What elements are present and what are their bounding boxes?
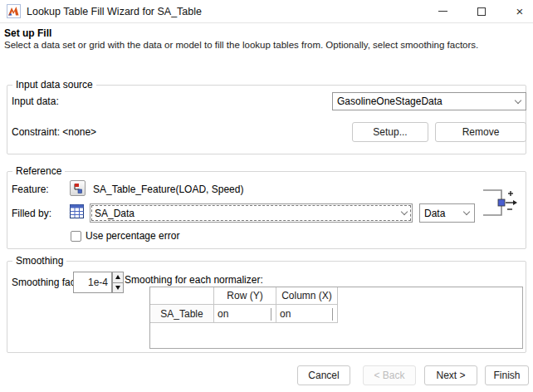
use-percentage-error-checkbox[interactable] xyxy=(71,231,81,242)
setup-button[interactable]: Setup... xyxy=(352,122,428,142)
page-description: Select a data set or grid with the data … xyxy=(4,40,478,50)
chevron-down-icon xyxy=(271,308,271,320)
close-button[interactable]: × xyxy=(506,0,533,22)
input-data-label: Input data: xyxy=(12,96,59,107)
row-y-smoothing-value: on xyxy=(218,308,228,320)
filled-by-value: SA_Data xyxy=(95,208,134,219)
next-button-label: Next > xyxy=(436,370,465,381)
filled-by-combo[interactable]: SA_Data xyxy=(90,203,413,223)
chevron-down-icon xyxy=(332,308,333,320)
spin-up-icon xyxy=(115,275,120,279)
feature-model-icon[interactable] xyxy=(70,180,86,196)
remove-button[interactable]: Remove xyxy=(435,122,526,142)
constraint-label: Constraint: <none> xyxy=(12,126,96,138)
maximize-button[interactable] xyxy=(468,0,495,22)
chevron-down-icon xyxy=(396,204,412,222)
row-y-smoothing-combo[interactable]: on xyxy=(214,305,276,323)
spin-down-button[interactable] xyxy=(113,282,123,293)
input-data-source-group-label: Input data source xyxy=(12,79,96,91)
back-button[interactable]: < Back xyxy=(363,365,416,385)
finish-button-label: Finish xyxy=(493,370,520,381)
matlab-logo-icon xyxy=(7,4,21,18)
fill-type-value: Data xyxy=(424,208,445,219)
spin-up-button[interactable] xyxy=(113,272,123,282)
window-title: Lookup Table Fill Wizard for SA_Table xyxy=(27,0,202,23)
feature-value: SA_Table_Feature(LOAD, Speed) xyxy=(93,184,243,195)
table-row: SA_Table on on xyxy=(150,305,522,323)
remove-button-label: Remove xyxy=(462,126,500,138)
input-data-value: GasolineOneStageData xyxy=(337,96,443,107)
column-x-smoothing-combo[interactable]: on xyxy=(276,305,338,323)
smoothing-group-label: Smoothing xyxy=(12,255,66,267)
page-title: Set up Fill xyxy=(4,27,51,39)
lookup-table-fill-wizard-dialog: Lookup Table Fill Wizard for SA_Table × … xyxy=(0,0,533,392)
cancel-button-label: Cancel xyxy=(308,370,339,381)
minimize-button[interactable] xyxy=(429,0,456,22)
spin-down-icon xyxy=(115,286,120,290)
smoothing-factor-spinner xyxy=(112,272,124,293)
minimize-icon xyxy=(438,11,447,12)
maximize-icon xyxy=(477,7,486,16)
column-header-row-y: Row (Y) xyxy=(214,287,276,305)
junction-port-icon xyxy=(478,182,521,223)
use-percentage-error-label: Use percentage error xyxy=(86,230,179,242)
back-button-label: < Back xyxy=(374,370,404,381)
reference-group-label: Reference xyxy=(12,165,65,177)
normalizer-smoothing-table: Row (Y) Column (X) SA_Table on on xyxy=(149,287,523,349)
feature-label: Feature: xyxy=(12,184,49,195)
cancel-button[interactable]: Cancel xyxy=(297,365,350,385)
fill-type-combo[interactable]: Data xyxy=(419,203,475,223)
table-header-row: Row (Y) Column (X) xyxy=(150,287,522,305)
chevron-down-icon xyxy=(458,204,474,222)
table-corner-cell xyxy=(150,287,214,305)
row-header-sa-table: SA_Table xyxy=(150,305,214,323)
finish-button[interactable]: Finish xyxy=(485,365,529,385)
smoothing-factor-input[interactable]: 1e-4 xyxy=(73,272,112,293)
flag-block-icon xyxy=(72,183,83,194)
close-icon: × xyxy=(516,5,524,17)
input-data-combo[interactable]: GasolineOneStageData xyxy=(332,92,526,110)
table-icon xyxy=(70,204,84,218)
column-header-column-x: Column (X) xyxy=(276,287,338,305)
normalizer-smoothing-label: Smoothing for each normalizer: xyxy=(125,274,263,286)
next-button[interactable]: Next > xyxy=(424,365,477,385)
chevron-down-icon xyxy=(510,93,526,110)
titlebar: Lookup Table Fill Wizard for SA_Table × xyxy=(0,0,533,23)
column-x-smoothing-value: on xyxy=(280,308,291,320)
filled-by-label: Filled by: xyxy=(12,208,51,219)
smoothing-factor-value: 1e-4 xyxy=(88,277,108,288)
setup-button-label: Setup... xyxy=(373,126,407,138)
